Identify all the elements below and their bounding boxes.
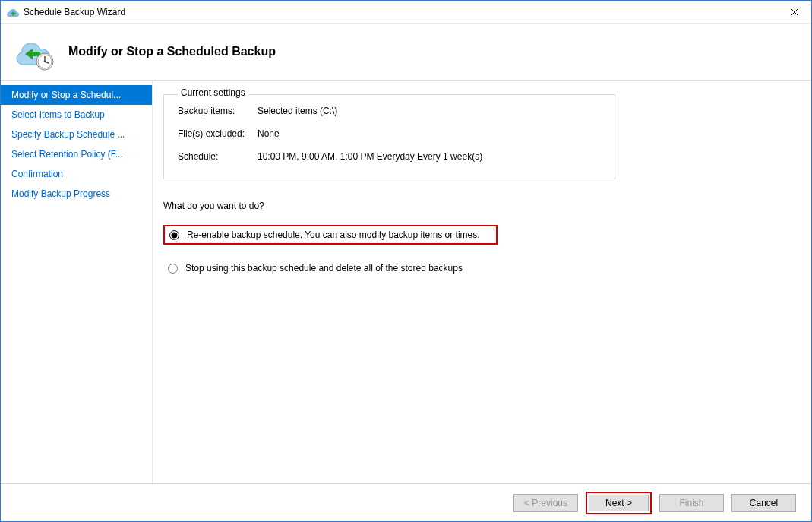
window-title: Schedule Backup Wizard [24, 7, 777, 17]
app-icon [7, 6, 19, 18]
sidebar: Modify or Stop a Schedul... Select Items… [1, 81, 153, 483]
files-excluded-value: None [258, 128, 280, 139]
header: Modify or Stop a Scheduled Backup [1, 24, 811, 81]
svg-point-4 [44, 60, 46, 62]
current-settings-group: Current settings Backup items: Selected … [163, 94, 615, 179]
current-settings-legend: Current settings [178, 87, 248, 98]
sidebar-item-confirmation[interactable]: Confirmation [1, 164, 152, 184]
sidebar-item-select-items[interactable]: Select Items to Backup [1, 105, 152, 125]
sidebar-item-retention-policy[interactable]: Select Retention Policy (F... [1, 144, 152, 164]
question-label: What do you want to do? [163, 201, 788, 211]
page-title: Modify or Stop a Scheduled Backup [68, 45, 276, 59]
cancel-button[interactable]: Cancel [731, 494, 796, 512]
files-excluded-label: File(s) excluded: [178, 128, 258, 139]
sidebar-item-specify-schedule[interactable]: Specify Backup Schedule ... [1, 125, 152, 144]
backup-items-value: Selected items (C:\) [258, 106, 337, 116]
radio-stop-label: Stop using this backup schedule and dele… [185, 263, 463, 274]
previous-button: < Previous [513, 494, 578, 512]
option-stop[interactable]: Stop using this backup schedule and dele… [163, 260, 788, 277]
sidebar-item-modify-stop[interactable]: Modify or Stop a Schedul... [1, 85, 152, 105]
radio-reenable[interactable] [169, 230, 179, 240]
wizard-window: Schedule Backup Wizard Modify or Stop a … [0, 0, 812, 522]
settings-row-backup-items: Backup items: Selected items (C:\) [178, 106, 601, 116]
schedule-value: 10:00 PM, 9:00 AM, 1:00 PM Everyday Ever… [258, 151, 482, 162]
backup-cloud-icon [14, 31, 56, 73]
backup-items-label: Backup items: [178, 106, 258, 116]
body: Modify or Stop a Schedul... Select Items… [1, 81, 811, 483]
settings-row-files-excluded: File(s) excluded: None [178, 128, 601, 139]
radio-reenable-label: Re-enable backup schedule. You can also … [187, 229, 480, 240]
schedule-label: Schedule: [178, 151, 258, 162]
finish-button: Finish [659, 494, 724, 512]
option-reenable[interactable]: Re-enable backup schedule. You can also … [163, 225, 498, 245]
main-panel: Current settings Backup items: Selected … [153, 81, 811, 483]
next-button[interactable]: Next > [589, 495, 649, 511]
titlebar: Schedule Backup Wizard [1, 1, 811, 24]
sidebar-item-progress[interactable]: Modify Backup Progress [1, 184, 152, 204]
footer: < Previous Next > Finish Cancel [1, 483, 811, 521]
settings-row-schedule: Schedule: 10:00 PM, 9:00 AM, 1:00 PM Eve… [178, 151, 601, 162]
radio-stop[interactable] [168, 264, 178, 274]
close-button[interactable] [777, 1, 811, 24]
next-button-highlight: Next > [586, 492, 652, 514]
